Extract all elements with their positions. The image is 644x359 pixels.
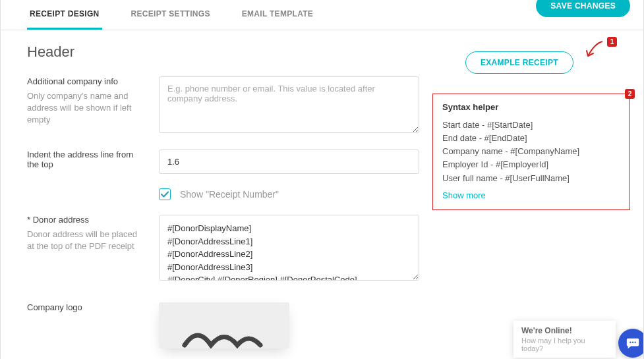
company-info-textarea[interactable] [159,76,419,133]
tabs: RECEIPT DESIGN RECEIPT SETTINGS EMAIL TE… [27,0,316,30]
chat-subtitle: How may I help you today? [521,337,608,352]
chat-bubble-button[interactable] [618,329,644,358]
syntax-helper-item: User full name - #[UserFullName] [442,172,620,185]
syntax-helper-box: 2 Syntax helper Start date - #[StartDate… [432,94,630,210]
company-info-label: Additional company info [27,76,146,86]
chat-title: We're Online! [521,326,608,335]
syntax-helper-item: Start date - #[StartDate] [442,119,620,132]
show-receipt-number-label: Show "Receipt Number" [180,189,279,200]
tab-email-template[interactable]: EMAIL TEMPLATE [239,0,316,30]
tab-receipt-design[interactable]: RECEIPT DESIGN [27,0,102,30]
check-icon [161,190,169,198]
callout-arrow-icon [585,40,605,60]
section-title-header: Header [27,43,419,61]
company-logo-dropzone[interactable] [159,302,289,348]
donor-address-label: * Donor address [27,215,146,225]
company-logo-label: Company logo [27,302,146,312]
callout-badge-2: 2 [625,89,635,99]
tab-receipt-settings[interactable]: RECEIPT SETTINGS [129,0,213,30]
svg-point-1 [632,341,633,343]
chat-widget[interactable]: We're Online! How may I help you today? [513,321,616,358]
donor-address-textarea[interactable] [159,215,419,281]
chat-icon [626,336,640,350]
indent-input[interactable] [159,150,419,174]
svg-point-0 [629,341,631,343]
syntax-helper-list: Start date - #[StartDate] End date - #[E… [442,119,620,185]
donor-address-hint: Donor address will be placed at the top … [27,229,137,251]
save-changes-button[interactable]: SAVE CHANGES [536,0,630,17]
indent-label: Indent the address line from the top [27,150,146,169]
show-receipt-number-checkbox[interactable] [159,188,171,200]
logo-placeholder-icon [181,322,267,348]
example-receipt-button[interactable]: EXAMPLE RECEIPT [465,51,573,74]
syntax-helper-item: Company name - #[CompanyName] [442,145,620,158]
syntax-helper-item: End date - #[EndDate] [442,132,620,145]
topbar: RECEIPT DESIGN RECEIPT SETTINGS EMAIL TE… [1,0,643,30]
company-info-hint: Only company's name and address will be … [27,91,131,124]
callout-badge-1: 1 [607,37,617,47]
syntax-helper-title: Syntax helper [442,102,620,112]
svg-point-2 [634,341,635,343]
syntax-helper-item: Employer Id - #[EmployerId] [442,158,620,171]
syntax-helper-show-more[interactable]: Show more [442,190,486,200]
